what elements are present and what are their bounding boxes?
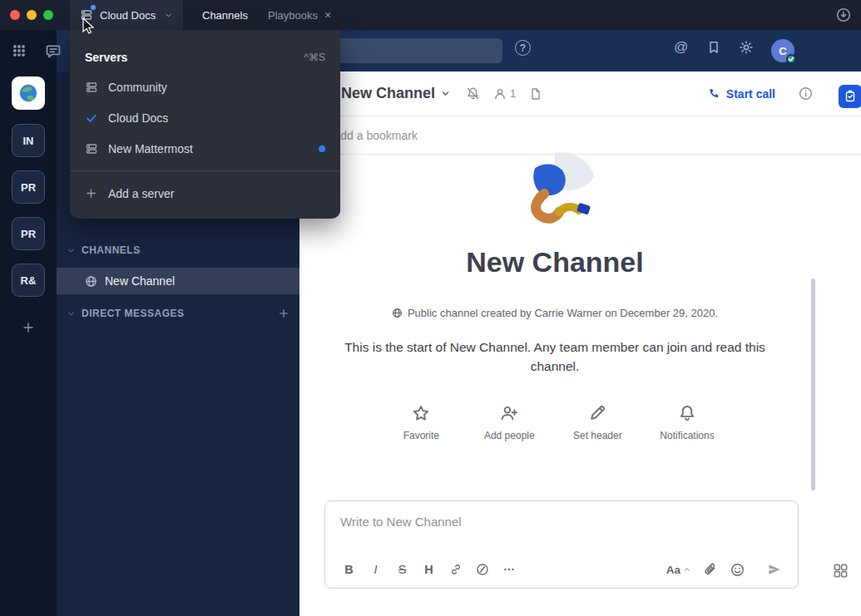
sidebar-category-direct-messages[interactable]: DIRECT MESSAGES [67, 308, 289, 319]
team-tile-globe[interactable] [12, 76, 45, 110]
tab-channels[interactable]: Channels [202, 0, 248, 30]
server-icon [85, 142, 98, 155]
pencil-icon [588, 404, 606, 422]
help-icon[interactable]: ? [515, 40, 531, 56]
close-window-button[interactable] [10, 10, 20, 20]
menu-item-label: Add a server [108, 187, 174, 200]
public-channel-globe-icon [392, 308, 403, 318]
check-icon [85, 111, 98, 125]
zoom-window-button[interactable] [43, 10, 53, 20]
saved-posts-icon[interactable] [706, 40, 721, 55]
attach-file-button[interactable] [699, 558, 723, 581]
servers-menu-title: Servers [85, 51, 127, 64]
team-initials: R& [21, 274, 37, 287]
settings-gear-icon[interactable] [739, 40, 754, 55]
more-formatting-button[interactable] [497, 558, 521, 581]
person-plus-icon [500, 404, 518, 422]
add-direct-message-plus-icon[interactable] [278, 308, 289, 319]
action-label: Set header [573, 430, 622, 441]
muted-bell-icon[interactable] [466, 86, 480, 101]
favorite-button[interactable]: Favorite [395, 404, 447, 441]
intro-meta-text: Public channel created by Carrie Warner … [408, 307, 718, 319]
channel-name-button[interactable]: New Channel [341, 85, 435, 102]
bold-button[interactable]: B [337, 558, 361, 581]
composer-toolbar: B I S H Aa [325, 551, 798, 588]
message-input[interactable] [325, 501, 766, 534]
format-toggle-label: Aa [666, 564, 680, 576]
mouse-cursor [82, 17, 99, 39]
team-initials: PR [21, 228, 36, 240]
servers-menu-header: Servers ^⌘S [70, 43, 340, 71]
add-bookmark-button[interactable]: Add a bookmark [333, 129, 418, 142]
add-team-plus-icon[interactable] [22, 321, 35, 334]
at-mentions-icon[interactable]: @ [674, 39, 688, 56]
message-composer: B I S H Aa [324, 500, 799, 589]
add-people-button[interactable]: Add people [483, 404, 535, 441]
channel-intro-illustration [509, 151, 601, 238]
menu-divider [70, 170, 340, 171]
tab-label: Channels [202, 9, 248, 22]
public-channel-globe-icon [85, 275, 97, 288]
send-message-button[interactable] [762, 558, 786, 581]
chevron-down-icon[interactable] [440, 88, 451, 99]
notifications-button[interactable]: Notifications [660, 404, 714, 441]
member-count: 1 [510, 87, 516, 100]
server-icon [85, 81, 98, 94]
menu-item-label: New Mattermost [108, 142, 193, 155]
downloads-button[interactable] [836, 7, 851, 22]
bookmark-bar: Add a bookmark [299, 116, 861, 155]
team-tile-1[interactable]: IN [12, 124, 45, 157]
sidebar-category-channels[interactable]: CHANNELS [67, 244, 141, 256]
channel-item-label: New Channel [105, 274, 175, 288]
italic-button[interactable]: I [364, 558, 388, 581]
chevron-up-icon [683, 565, 691, 574]
ellipsis-icon [502, 563, 516, 576]
team-tile-3[interactable]: PR [12, 217, 45, 250]
menu-item-community[interactable]: Community [70, 71, 340, 102]
start-call-button[interactable]: Start call [708, 87, 775, 101]
quick-access-grid-button[interactable] [833, 563, 849, 579]
channel-files-icon[interactable] [529, 87, 542, 101]
product-switcher-grid-icon[interactable] [12, 43, 27, 58]
menu-item-label: Cloud Docs [108, 111, 168, 125]
text-format-toggle[interactable]: Aa [661, 558, 696, 581]
link-button[interactable] [443, 558, 468, 581]
team-initials: IN [23, 135, 34, 147]
unread-dot [91, 5, 96, 10]
mattermost-window: { "titlebar": { "server_tab_label": "Clo… [0, 0, 861, 616]
menu-item-add-server[interactable]: Add a server [70, 178, 340, 209]
star-icon [412, 404, 430, 422]
slash-circle-button[interactable] [470, 558, 494, 581]
menu-item-cloud-docs[interactable]: Cloud Docs [70, 102, 340, 133]
sidebar-item-new-channel[interactable]: New Channel [57, 268, 299, 294]
heading-button[interactable]: H [417, 558, 441, 581]
team-tile-2[interactable]: PR [12, 170, 45, 204]
tab-playbooks[interactable]: Playbooks × [268, 0, 331, 30]
phone-icon [708, 87, 720, 100]
playbooks-app-button[interactable] [839, 85, 861, 108]
team-tile-4[interactable]: R& [12, 264, 45, 297]
channel-members-button[interactable]: 1 [493, 87, 516, 101]
minimize-window-button[interactable] [27, 10, 37, 20]
apps-grid-icon [833, 563, 849, 579]
action-label: Notifications [660, 430, 714, 441]
strikethrough-button[interactable]: S [390, 558, 414, 581]
servers-menu: Servers ^⌘S Community Cloud Docs New Mat… [70, 30, 340, 219]
close-tab-icon[interactable]: × [324, 9, 331, 21]
user-avatar[interactable]: C [771, 39, 794, 62]
send-icon [767, 562, 782, 577]
online-status-badge [786, 54, 796, 64]
menu-item-new-mattermost[interactable]: New Mattermost [70, 133, 340, 164]
unread-dot [319, 145, 325, 152]
chevron-down-icon [67, 309, 76, 318]
globe-team-icon [17, 82, 39, 104]
channel-info-icon[interactable] [799, 86, 813, 101]
menu-item-label: Community [108, 81, 167, 94]
slash-circle-icon [476, 563, 489, 576]
emoji-button[interactable] [725, 558, 750, 581]
bell-icon [678, 404, 696, 422]
vertical-scrollbar[interactable] [811, 278, 815, 490]
action-label: Add people [484, 430, 535, 441]
set-header-button[interactable]: Set header [572, 404, 623, 441]
channels-chat-icon[interactable] [45, 42, 62, 59]
